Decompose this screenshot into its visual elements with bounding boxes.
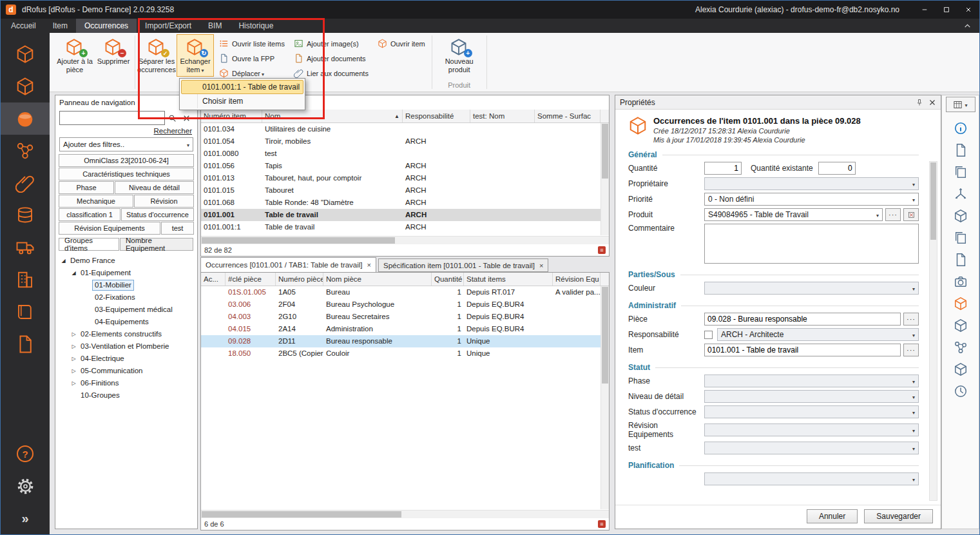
edit-document-icon[interactable] [954, 143, 968, 157]
browse-item-button[interactable] [903, 344, 919, 356]
search-link[interactable]: Rechercher [154, 127, 192, 135]
status-occurrence-dropdown[interactable] [704, 405, 919, 418]
expand-sidebar-button[interactable] [1, 502, 50, 534]
tree-expander-icon[interactable]: ▷ [70, 356, 78, 362]
column-header-numero-item[interactable]: Numéro item [201, 110, 262, 122]
close-tab-icon[interactable] [367, 261, 371, 269]
browse-piece-button[interactable] [903, 313, 919, 326]
tree-item[interactable]: 04-Equipements [55, 316, 197, 328]
sidebar-documents-icon[interactable] [1, 328, 50, 360]
proprietaire-dropdown[interactable] [704, 177, 919, 190]
tree-item[interactable]: 02-Fixations [55, 291, 197, 304]
sidebar-logistics-icon[interactable] [1, 231, 50, 264]
close-tab-icon[interactable] [539, 262, 543, 269]
filter-mechanique-button[interactable]: Mechanique [59, 195, 133, 208]
maximize-button[interactable] [936, 1, 957, 19]
sidebar-buildings-icon[interactable] [1, 264, 50, 296]
tree-expander-icon[interactable]: ▷ [70, 368, 78, 374]
filter-status-occurrence-button[interactable]: Status d'occurrence [121, 208, 194, 221]
occurrence-row[interactable]: 03.006 2F04 Bureau Psychologue 1 Depuis … [201, 298, 609, 311]
tree-item[interactable]: ▷ 05-Communication [55, 365, 197, 377]
navigation-tab[interactable]: Nombre Equipement [120, 238, 193, 251]
sidebar-items-icon[interactable] [1, 38, 50, 70]
tree-expander-icon[interactable]: ▷ [70, 380, 78, 386]
sidebar-item-groups-icon[interactable] [1, 70, 50, 102]
document-tab[interactable]: Spécification item [0101.001 - Table de … [378, 258, 548, 272]
filter-revision-equipements-button[interactable]: Révision Equipements [59, 222, 160, 235]
responsabilite-checkbox[interactable] [704, 331, 713, 339]
column-header-test-nom[interactable]: test: Nom [470, 110, 535, 122]
item-input[interactable] [704, 344, 901, 356]
close-panel-icon[interactable] [928, 99, 936, 106]
linked-items-icon[interactable] [954, 340, 968, 355]
tree-expander-icon[interactable]: ▷ [70, 331, 78, 337]
camera-icon[interactable] [954, 275, 968, 289]
column-header-revision-equipements[interactable]: Révision Equ [553, 273, 600, 286]
menu-item[interactable]: 0101.001:1 - Table de travail [181, 80, 303, 94]
search-icon[interactable] [165, 111, 179, 125]
open-item-button[interactable]: Ouvrir item [374, 36, 428, 51]
tree-item[interactable]: 01-Mobilier [55, 279, 197, 291]
report-icon[interactable] [598, 520, 606, 528]
occurrence-row[interactable]: 04.015 2A14 Administration 1 Depuis EQ.B… [201, 323, 609, 335]
occurrence-row[interactable]: 18.050 2BC5 (Copier) Couloir 1 Unique [201, 347, 609, 360]
tree-expander-icon[interactable]: ▷ [70, 344, 78, 349]
search-input[interactable] [59, 111, 165, 125]
item-row[interactable]: 0101.054 Tiroir, mobiles ARCH [201, 135, 609, 148]
sync-items-icon[interactable] [954, 297, 968, 311]
numbered-cube-icon[interactable] [954, 318, 968, 333]
column-header-action[interactable]: Ac... [201, 273, 226, 286]
clear-search-icon[interactable] [179, 111, 193, 125]
column-header-numero-piece[interactable]: Numéro pièce [276, 273, 323, 286]
filter-test-button[interactable]: test [161, 222, 194, 235]
item-row[interactable]: 0101.034 Utilitaires de cuisine [201, 123, 609, 135]
tree-item[interactable]: ◢ Demo France [55, 255, 197, 267]
filter-niveau-button[interactable]: Niveau de détail [115, 181, 194, 194]
horizontal-scrollbar[interactable] [201, 510, 609, 518]
minimize-button[interactable] [914, 1, 936, 19]
help-button[interactable] [1, 438, 50, 470]
tree-expander-icon[interactable]: ◢ [59, 258, 68, 264]
sidebar-attachments-icon[interactable] [1, 167, 50, 199]
cube-stack-icon[interactable] [954, 231, 968, 245]
add-filters-dropdown[interactable]: Ajouter des filtres.. [59, 137, 193, 151]
priorite-dropdown[interactable]: 0 - Non défini [704, 193, 919, 206]
cancel-button[interactable]: Annuler [807, 509, 858, 523]
produit-dropdown[interactable]: S49084965 - Table de Travail [704, 208, 883, 221]
add-images-button[interactable]: Ajouter image(s) [291, 36, 372, 51]
ribbon-tab[interactable]: Occurrences [76, 19, 137, 33]
revision-equipements-dropdown[interactable] [704, 423, 919, 436]
phase-dropdown[interactable] [704, 374, 919, 387]
document-tab[interactable]: Occurrences [0101.001 / TAB1: Table de t… [200, 257, 376, 272]
model-cube-icon[interactable] [954, 209, 968, 223]
piece-input[interactable] [704, 313, 901, 326]
item-row[interactable]: 0101.001:1 Table de travail ARCH [201, 221, 609, 233]
occurrence-row[interactable]: 09.028 2D11 Bureau responsable 1 Unique [201, 335, 609, 347]
axes-3d-icon[interactable] [954, 187, 968, 201]
tree-item[interactable]: ◢ 01-Equipement [55, 267, 197, 279]
document-icon[interactable] [954, 253, 968, 267]
tree-item[interactable]: 10-Groupes [55, 389, 197, 402]
add-to-room-button[interactable]: Ajouter à la pièce [56, 34, 93, 77]
info-icon[interactable] [954, 121, 968, 135]
quantite-existante-input[interactable] [818, 162, 856, 175]
item-row[interactable]: 0101.013 Tabouret, haut, pour comptoir A… [201, 172, 609, 184]
filter-phase-button[interactable]: Phase [59, 181, 114, 194]
collapse-ribbon-button[interactable] [955, 19, 979, 33]
open-item-list-button[interactable]: Ouvrir liste items [216, 36, 288, 51]
panel-layout-button[interactable] [946, 97, 975, 112]
delete-button[interactable]: Supprimer [95, 34, 132, 77]
sidebar-occurrences-icon[interactable] [1, 102, 50, 135]
add-documents-button[interactable]: Ajouter documents [291, 51, 372, 66]
settings-button[interactable] [1, 470, 50, 502]
filter-revision-button[interactable]: Révision [134, 195, 194, 208]
tree-item[interactable]: ▷ 04-Electrique [55, 353, 197, 365]
tree-expander-icon[interactable]: ◢ [70, 270, 78, 276]
column-header-statut-items[interactable]: Statut items [464, 273, 553, 286]
ribbon-tab[interactable]: Historique [230, 19, 282, 33]
filter-caracteristiques-button[interactable]: Caractéristiques techniques [59, 168, 194, 180]
column-header-responsabilite[interactable]: Responsabilité [403, 110, 470, 122]
ribbon-tab[interactable]: Accueil [3, 19, 44, 33]
tree-item[interactable]: 03-Equipement médical [55, 304, 197, 316]
column-header-nom-piece[interactable]: Nom pièce [323, 273, 432, 286]
